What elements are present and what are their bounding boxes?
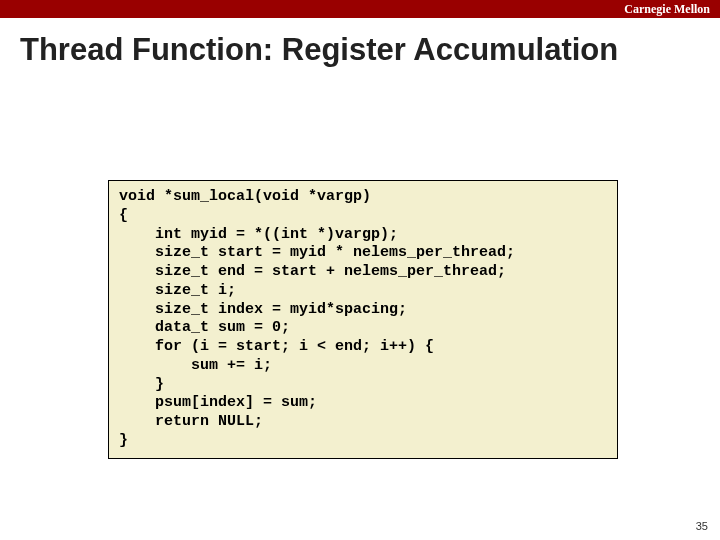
code-line: for (i = start; i < end; i++) { <box>119 338 607 357</box>
code-line: } <box>119 376 607 395</box>
brand-label: Carnegie Mellon <box>624 2 710 17</box>
slide-title: Thread Function: Register Accumulation <box>0 18 720 68</box>
code-line: void *sum_local(void *vargp) <box>119 188 607 207</box>
code-line: } <box>119 432 607 451</box>
code-box: void *sum_local(void *vargp) { int myid … <box>108 180 618 459</box>
code-line: size_t start = myid * nelems_per_thread; <box>119 244 607 263</box>
top-bar: Carnegie Mellon <box>0 0 720 18</box>
code-line: psum[index] = sum; <box>119 394 607 413</box>
slide: Carnegie Mellon Thread Function: Registe… <box>0 0 720 540</box>
page-number: 35 <box>696 520 708 532</box>
code-line: sum += i; <box>119 357 607 376</box>
code-line: return NULL; <box>119 413 607 432</box>
code-line: size_t i; <box>119 282 607 301</box>
code-line: int myid = *((int *)vargp); <box>119 226 607 245</box>
code-line: size_t index = myid*spacing; <box>119 301 607 320</box>
code-line: size_t end = start + nelems_per_thread; <box>119 263 607 282</box>
code-line: { <box>119 207 607 226</box>
code-line: data_t sum = 0; <box>119 319 607 338</box>
